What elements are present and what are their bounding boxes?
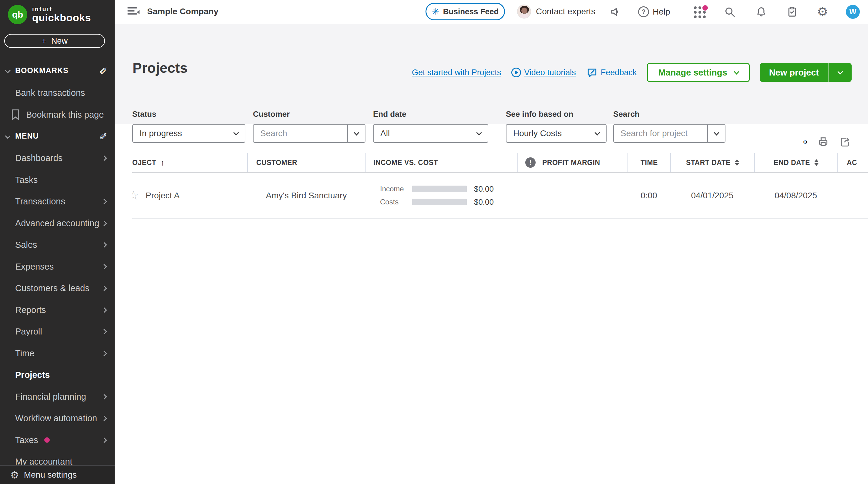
- page-header-band: Projects Get started with Projects Video…: [115, 24, 868, 124]
- sidebar-item-taxes[interactable]: Taxes: [0, 429, 115, 451]
- sidebar-item-time[interactable]: Time: [0, 343, 115, 364]
- sidebar-item-sales[interactable]: Sales: [0, 234, 115, 256]
- chevron-right-icon: [101, 437, 107, 443]
- print-icon[interactable]: [817, 136, 829, 148]
- project-search-combobox[interactable]: [613, 124, 725, 143]
- customer-label: Customer: [253, 109, 290, 119]
- status-select[interactable]: In progress: [132, 124, 245, 143]
- bookmark-this-page-label: Bookmark this page: [26, 110, 104, 120]
- chevron-right-icon: [101, 416, 107, 421]
- tasks-clipboard-icon[interactable]: [785, 0, 800, 23]
- info-exclamation-icon[interactable]: !: [525, 157, 536, 168]
- chevron-right-icon: [101, 199, 107, 204]
- sidebar-item-tasks[interactable]: Tasks: [0, 169, 115, 191]
- settings-gear-icon[interactable]: ⚙: [815, 0, 830, 23]
- filter-status: Status In progress: [132, 109, 156, 119]
- customer-combobox[interactable]: [253, 124, 366, 143]
- end-date-select[interactable]: All: [373, 124, 488, 143]
- favorite-star-icon[interactable]: ☆: [132, 189, 140, 202]
- video-tutorials-link[interactable]: Video tutorials: [512, 68, 576, 77]
- header-profit-margin: ! PROFIT MARGIN: [518, 153, 627, 172]
- sidebar-item-financial-planning[interactable]: Financial planning: [0, 386, 115, 408]
- sidebar-menu: Dashboards Tasks Transactions Advanced a…: [0, 148, 115, 473]
- project-name-link[interactable]: Project A: [146, 191, 180, 200]
- edit-pencil-icon[interactable]: ✎: [98, 132, 110, 140]
- brand-quickbooks: quickbooks: [32, 12, 91, 23]
- project-search-input[interactable]: [614, 129, 707, 138]
- main-content: Sample Company ✳ Business Feed Contact e…: [115, 0, 868, 484]
- income-vs-cost-cell: Income $0.00 Costs $0.00: [366, 173, 518, 218]
- sort-both-icon: [735, 159, 739, 166]
- page-header-actions: Get started with Projects Video tutorial…: [412, 63, 851, 82]
- sidebar-item-dashboards[interactable]: Dashboards: [0, 148, 115, 169]
- start-date-cell: 04/01/2025: [670, 173, 754, 218]
- business-feed-button[interactable]: ✳ Business Feed: [426, 3, 505, 20]
- sidebar-item-expenses[interactable]: Expenses: [0, 256, 115, 278]
- quickbooks-app: qb intuit quickbooks + New BOOKMARKS ✎ B…: [0, 0, 868, 484]
- user-avatar[interactable]: W: [845, 0, 860, 23]
- menu-settings-button[interactable]: ⚙ Menu settings: [0, 465, 115, 484]
- play-icon: [512, 68, 521, 77]
- chevron-down-icon: [233, 130, 239, 135]
- project-cell: ☆ Project A: [132, 173, 247, 218]
- announcements-megaphone-icon[interactable]: [609, 0, 623, 23]
- new-project-dropdown[interactable]: [829, 63, 851, 82]
- bookmarks-section-header[interactable]: BOOKMARKS ✎: [0, 64, 115, 76]
- time-cell: 0:00: [627, 173, 670, 218]
- filter-search: Search: [613, 109, 640, 119]
- see-info-select[interactable]: Hourly Costs: [506, 124, 607, 143]
- new-button[interactable]: + New: [4, 34, 105, 48]
- sidebar-item-reports[interactable]: Reports: [0, 299, 115, 321]
- new-project-split-button[interactable]: New project: [760, 63, 851, 82]
- sidebar-item-bank-transactions[interactable]: Bank transactions: [15, 88, 85, 98]
- chevron-right-icon: [101, 351, 107, 356]
- income-bar: [412, 186, 467, 192]
- bookmarks-header-label: BOOKMARKS: [15, 66, 68, 75]
- menu-section-header[interactable]: MENU ✎: [0, 130, 115, 142]
- export-icon[interactable]: [839, 136, 851, 148]
- chevron-right-icon: [101, 286, 107, 291]
- table-settings-gear-icon[interactable]: ⚙: [803, 139, 807, 145]
- costs-line: Costs $0.00: [380, 197, 494, 207]
- collapse-sidebar-icon[interactable]: [127, 7, 140, 17]
- chevron-right-icon: [101, 156, 107, 161]
- chevron-down-icon: [5, 133, 10, 138]
- new-button-label: New: [51, 36, 68, 46]
- chevron-down-icon: [594, 130, 600, 135]
- contact-experts-button[interactable]: Contact experts: [517, 5, 595, 19]
- header-project[interactable]: OJECT ↑: [132, 153, 247, 172]
- feedback-link[interactable]: Feedback: [586, 67, 637, 78]
- chevron-down-icon: [353, 130, 359, 135]
- sidebar: qb intuit quickbooks + New BOOKMARKS ✎ B…: [0, 0, 115, 484]
- table-row[interactable]: ☆ Project A Amy's Bird Sanctuary Income …: [132, 173, 868, 219]
- customer-search-input[interactable]: [253, 129, 347, 138]
- manage-settings-button[interactable]: Manage settings: [647, 63, 749, 82]
- customer-cell: Amy's Bird Sanctuary: [247, 173, 366, 218]
- edit-pencil-icon[interactable]: ✎: [98, 66, 110, 74]
- sidebar-item-workflow-automation[interactable]: Workflow automation: [0, 408, 115, 429]
- apps-grid-icon[interactable]: [693, 0, 708, 23]
- new-project-button[interactable]: New project: [760, 63, 829, 82]
- sidebar-item-advanced-accounting[interactable]: Advanced accounting: [0, 213, 115, 234]
- plus-icon: +: [41, 36, 46, 46]
- question-circle-icon: ?: [638, 6, 649, 17]
- sidebar-item-customers-leads[interactable]: Customers & leads: [0, 278, 115, 299]
- get-started-link[interactable]: Get started with Projects: [412, 68, 501, 77]
- income-line: Income $0.00: [380, 184, 494, 194]
- sidebar-item-projects[interactable]: Projects: [0, 364, 115, 386]
- header-start-date[interactable]: START DATE: [670, 153, 754, 172]
- sidebar-item-transactions[interactable]: Transactions: [0, 191, 115, 213]
- action-cell: [837, 173, 868, 218]
- help-button[interactable]: ? Help: [638, 0, 670, 23]
- filter-see-info: See info based on Hourly Costs: [506, 109, 574, 119]
- bookmark-this-page[interactable]: Bookmark this page: [10, 108, 104, 121]
- sidebar-item-payroll[interactable]: Payroll: [0, 321, 115, 343]
- chevron-down-icon: [714, 130, 719, 135]
- notification-dot: [44, 437, 50, 443]
- filter-end-date: End date All: [373, 109, 406, 119]
- notifications-bell-icon[interactable]: [754, 0, 769, 23]
- chevron-down-icon: [476, 130, 482, 135]
- brand-intuit: intuit: [32, 6, 91, 12]
- header-end-date[interactable]: END DATE: [754, 153, 837, 172]
- search-icon[interactable]: [722, 0, 737, 23]
